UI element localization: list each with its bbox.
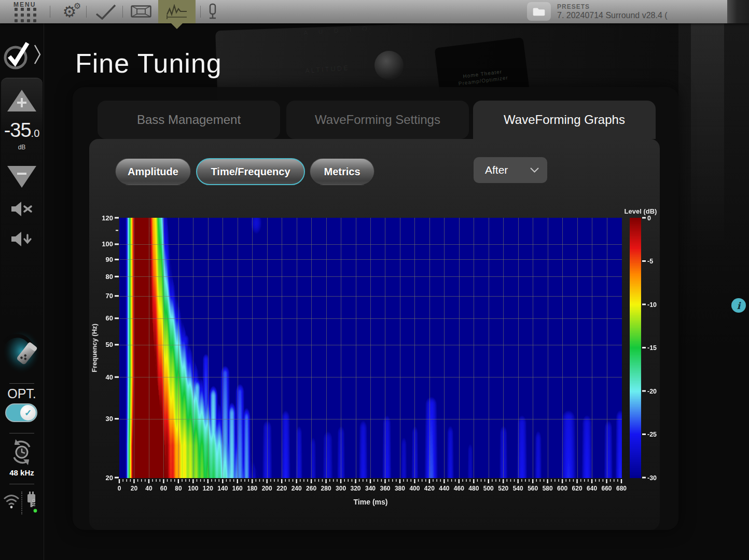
plug-on-label: ON: [31, 499, 36, 507]
left-sidebar: -35.0 dB: [0, 23, 44, 560]
volume-decimal: .0: [31, 128, 40, 139]
trinnov-logo[interactable]: [2, 36, 34, 73]
sidebar-divider: [9, 484, 34, 484]
volume-up-button[interactable]: [6, 88, 37, 113]
dim-volume-icon: [10, 231, 33, 247]
presets-text-block: PRESETS 7. 20240714 Surround v28.4 (: [557, 3, 668, 20]
dim-button[interactable]: [10, 230, 33, 248]
folder-icon: [532, 6, 546, 17]
microphone-button[interactable]: [203, 0, 222, 23]
background-light-band: [691, 23, 724, 251]
chart-axes-canvas: [83, 201, 666, 512]
colorbar-label: Level (dB): [604, 207, 677, 215]
toolbar-separator: [86, 6, 87, 18]
status-green-dot: [33, 509, 37, 513]
page-title: Fine Tuning: [75, 48, 222, 79]
spectrogram-chart: Frequency (Hz) Time (ms) Level (dB): [83, 201, 666, 512]
toolbar-right-edge: [727, 0, 749, 23]
checkmark-icon: [95, 4, 117, 20]
sidebar-status-separator: [21, 492, 22, 514]
chevron-right-icon: [34, 43, 41, 66]
sample-rate-icon: [8, 438, 35, 465]
sample-rate-value: 48 kHz: [0, 468, 44, 477]
volume-level-display: -35.0: [0, 119, 44, 142]
volume-value: -35: [4, 119, 31, 141]
presets-current-value: 7. 20240714 Surround v28.4 (: [557, 11, 668, 20]
y-axis-label: Frequency (Hz): [91, 324, 99, 372]
small-gear-icon: ⚙: [74, 2, 81, 10]
graphs-tool-button-active[interactable]: [158, 0, 196, 23]
x-axis-label: Time (ms): [119, 498, 622, 506]
tab-waveforming-settings[interactable]: WaveForming Settings: [286, 101, 469, 139]
trinnov-logo-icon: [2, 36, 34, 73]
optimizer-toggle[interactable]: ✓: [5, 403, 37, 422]
menu-grid-icon: [15, 8, 37, 22]
toolbar-separator: [122, 6, 123, 18]
app-window: RINNOV A U D I O ALTITUDE Home Theater P…: [0, 0, 749, 560]
view-button-time-frequency[interactable]: Time/Frequency: [196, 158, 305, 185]
tab-bass-management[interactable]: Bass Management: [98, 101, 280, 139]
folder-icon-pill: [527, 2, 551, 21]
volume-up-icon: [6, 89, 37, 113]
top-toolbar: MENU ⚙ ⚙: [0, 0, 749, 23]
presets-button[interactable]: PRESETS 7. 20240714 Surround v28.4 (: [527, 2, 668, 21]
mute-button[interactable]: [10, 200, 33, 218]
menu-grid-button[interactable]: [12, 6, 39, 23]
dropdown-selected-value: After: [485, 164, 530, 176]
optimizer-label: OPT.: [0, 386, 44, 401]
tab-waveforming-graphs[interactable]: WaveForming Graphs: [473, 101, 656, 139]
volume-unit: dB: [0, 144, 44, 151]
before-after-dropdown[interactable]: After: [474, 157, 547, 183]
calibration-check-button[interactable]: [91, 0, 120, 23]
sidebar-expand-chevron[interactable]: [33, 43, 41, 66]
chevron-down-icon: [530, 167, 539, 173]
screen-setup-button[interactable]: [128, 0, 155, 23]
info-icon: i: [737, 300, 741, 311]
toolbar-separator: [200, 6, 201, 18]
toggle-knob: ✓: [20, 405, 36, 421]
waveform-graph-icon: [166, 4, 188, 20]
wifi-status: [3, 493, 20, 509]
settings-button[interactable]: ⚙ ⚙: [55, 0, 84, 23]
sync-clock-icon: [8, 438, 35, 465]
view-button-metrics[interactable]: Metrics: [310, 158, 374, 185]
toolbar-separator: [50, 6, 50, 18]
volume-down-button[interactable]: [6, 164, 37, 189]
check-icon: ✓: [24, 408, 32, 418]
view-button-amplitude[interactable]: Amplitude: [115, 158, 191, 185]
presets-label: PRESETS: [557, 3, 668, 10]
info-button[interactable]: i: [731, 298, 746, 313]
xlr-cable-image: [2, 327, 41, 379]
microphone-icon: [207, 3, 218, 21]
background-volume-knob: [374, 51, 404, 80]
volume-down-icon: [6, 165, 37, 189]
screen-icon: [131, 5, 151, 18]
xlr-connector-icon: [2, 327, 41, 379]
wifi-icon: [3, 493, 20, 509]
sidebar-divider: [9, 383, 34, 384]
sidebar-divider: [9, 433, 34, 433]
mute-icon: [10, 201, 33, 217]
